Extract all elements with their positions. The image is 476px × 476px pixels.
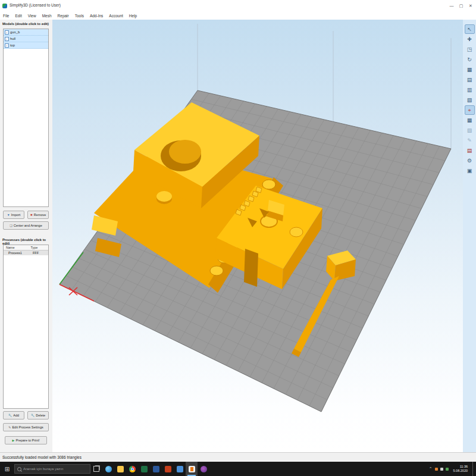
build-scene[interactable] bbox=[52, 20, 463, 452]
delete-process-button[interactable]: 🔧 Delete bbox=[27, 411, 49, 419]
model-row-top[interactable]: ✓ top bbox=[4, 42, 48, 49]
taskbar-app-chrome[interactable] bbox=[126, 462, 138, 476]
edit-settings-label: Edit Process Settings bbox=[12, 425, 43, 429]
support-structures-icon[interactable]: ▤ bbox=[465, 146, 475, 155]
menu-view[interactable]: View bbox=[25, 12, 39, 20]
add-icon: 🔧 bbox=[8, 414, 12, 417]
view-side-icon[interactable]: ▧ bbox=[465, 95, 475, 105]
taskbar-app-powerpoint[interactable] bbox=[162, 462, 174, 476]
taskbar-app-simplify3d[interactable] bbox=[186, 462, 198, 476]
start-button[interactable]: ⊞ bbox=[0, 462, 14, 476]
view-toolbar: ↖ ✚ ◳ ↻ ▦ ▤ ▥ ▧ ⌖ ▦ ▨ ✎ ▤ ⚙ ▣ bbox=[463, 20, 476, 452]
processes-table[interactable]: Name Type Process1 FFF bbox=[3, 245, 49, 409]
taskbar-search[interactable]: Aramak için buraya yazın bbox=[14, 464, 90, 474]
import-button[interactable]: ▼ Import bbox=[3, 211, 24, 219]
chrome-icon bbox=[129, 466, 136, 472]
edit-process-settings-button[interactable]: ✎ Edit Process Settings bbox=[3, 423, 49, 431]
scale-icon[interactable]: ◳ bbox=[465, 45, 475, 54]
menu-repair[interactable]: Repair bbox=[55, 12, 72, 20]
system-tray: ⌃ 11:36 5.08.2020 bbox=[429, 462, 476, 476]
search-icon bbox=[17, 467, 21, 471]
processes-table-header: Name Type bbox=[4, 245, 48, 250]
delete-icon: 🔧 bbox=[31, 414, 35, 417]
show-desktop-button[interactable] bbox=[472, 462, 475, 476]
remove-label: Remove bbox=[34, 213, 46, 217]
excel-icon bbox=[141, 466, 148, 472]
taskbar-app-edge[interactable] bbox=[102, 462, 114, 476]
add-label: Add bbox=[13, 414, 19, 417]
task-view-icon bbox=[93, 466, 99, 472]
print-icon: ▶ bbox=[12, 439, 15, 442]
model-row-hull[interactable]: ✓ hull bbox=[4, 36, 48, 42]
taskbar-app-word[interactable] bbox=[150, 462, 162, 476]
select-cursor-icon[interactable]: ↖ bbox=[465, 24, 475, 34]
import-icon: ▼ bbox=[7, 214, 10, 217]
menu-bar: File Edit View Mesh Repair Tools Add-Ins… bbox=[0, 12, 476, 20]
view-top-icon[interactable]: ▤ bbox=[465, 75, 475, 84]
tray-icon-1[interactable] bbox=[435, 468, 438, 471]
taskbar-app-mail[interactable] bbox=[174, 462, 186, 476]
hidden-icons-chevron[interactable]: ⌃ bbox=[429, 466, 433, 471]
menu-account[interactable]: Account bbox=[106, 12, 126, 20]
model-label: gun_b bbox=[10, 30, 20, 34]
rotate-icon[interactable]: ↻ bbox=[465, 55, 475, 64]
taskbar: ⊞ Aramak için buraya yazın ⌃ 11:36 5.08.… bbox=[0, 462, 476, 476]
taskbar-app-excel[interactable] bbox=[138, 462, 150, 476]
menu-mesh[interactable]: Mesh bbox=[39, 12, 55, 20]
file-explorer-icon bbox=[117, 466, 124, 472]
menu-addins[interactable]: Add-Ins bbox=[87, 12, 106, 20]
taskbar-clock[interactable]: 11:36 5.08.2020 bbox=[451, 465, 470, 473]
window-title: Simplify3D (Licensed to User) bbox=[10, 3, 61, 7]
task-view-button[interactable] bbox=[90, 462, 102, 476]
models-list[interactable]: ✓ gun_b ✓ hull ✓ top bbox=[3, 29, 49, 207]
model-row-gun[interactable]: ✓ gun_b bbox=[4, 29, 48, 36]
view-front-icon[interactable]: ▥ bbox=[465, 85, 475, 95]
center-and-arrange-button[interactable]: ❏ Center and Arrange bbox=[3, 221, 49, 230]
remove-icon: ✖ bbox=[30, 214, 33, 217]
close-button[interactable]: ✕ bbox=[466, 2, 475, 10]
menu-file[interactable]: File bbox=[0, 12, 12, 20]
minimize-button[interactable]: — bbox=[447, 2, 456, 10]
model-label: hull bbox=[10, 37, 15, 40]
render-solid-icon[interactable]: ▦ bbox=[465, 115, 475, 125]
clock-time: 11:36 bbox=[453, 465, 468, 469]
tray-icon-3[interactable] bbox=[446, 468, 449, 471]
settings-app-icon bbox=[201, 466, 207, 472]
prepare-label: Prepare to Print! bbox=[15, 439, 39, 442]
model-checkbox[interactable]: ✓ bbox=[5, 30, 9, 35]
add-process-button[interactable]: 🔧 Add bbox=[3, 411, 24, 419]
tray-icon-2[interactable] bbox=[440, 468, 443, 471]
search-placeholder: Aramak için buraya yazın bbox=[23, 467, 63, 471]
model-checkbox[interactable]: ✓ bbox=[5, 43, 9, 48]
clock-date: 5.08.2020 bbox=[453, 469, 468, 473]
wrench-icon: ✎ bbox=[8, 426, 11, 429]
delete-label: Delete bbox=[36, 414, 45, 417]
simplify3d-icon bbox=[189, 466, 195, 472]
process-row[interactable]: Process1 FFF bbox=[4, 250, 48, 255]
measurement-icon[interactable]: ✎ bbox=[465, 136, 475, 145]
remove-button[interactable]: ✖ Remove bbox=[27, 211, 49, 219]
word-icon bbox=[153, 466, 159, 472]
menu-tools[interactable]: Tools bbox=[72, 12, 87, 20]
maximize-button[interactable]: ▢ bbox=[457, 2, 465, 10]
prepare-to-print-button[interactable]: ▶ Prepare to Print! bbox=[5, 436, 47, 444]
viewport-3d[interactable] bbox=[52, 20, 463, 452]
powerpoint-icon bbox=[165, 466, 171, 472]
menu-help[interactable]: Help bbox=[126, 12, 140, 20]
menu-edit[interactable]: Edit bbox=[12, 12, 24, 20]
status-bar: Successfully loaded model with 3086 tria… bbox=[0, 452, 476, 462]
layer-preview-icon[interactable]: ▣ bbox=[465, 166, 475, 176]
center-label: Center and Arrange bbox=[14, 224, 42, 227]
import-label: Import bbox=[11, 213, 21, 217]
taskbar-app-explorer[interactable] bbox=[114, 462, 126, 476]
coordinate-axes-icon[interactable]: ⌖ bbox=[465, 105, 475, 115]
taskbar-app-settings[interactable] bbox=[198, 462, 209, 476]
machine-settings-icon[interactable]: ⚙ bbox=[465, 156, 475, 165]
process-type: FFF bbox=[28, 250, 48, 255]
translate-icon[interactable]: ✚ bbox=[465, 35, 475, 44]
model-checkbox[interactable]: ✓ bbox=[5, 37, 9, 41]
view-default-icon[interactable]: ▦ bbox=[465, 65, 475, 74]
column-type: Type bbox=[28, 245, 48, 250]
edge-icon bbox=[105, 466, 112, 472]
render-wireframe-icon[interactable]: ▨ bbox=[465, 126, 475, 135]
